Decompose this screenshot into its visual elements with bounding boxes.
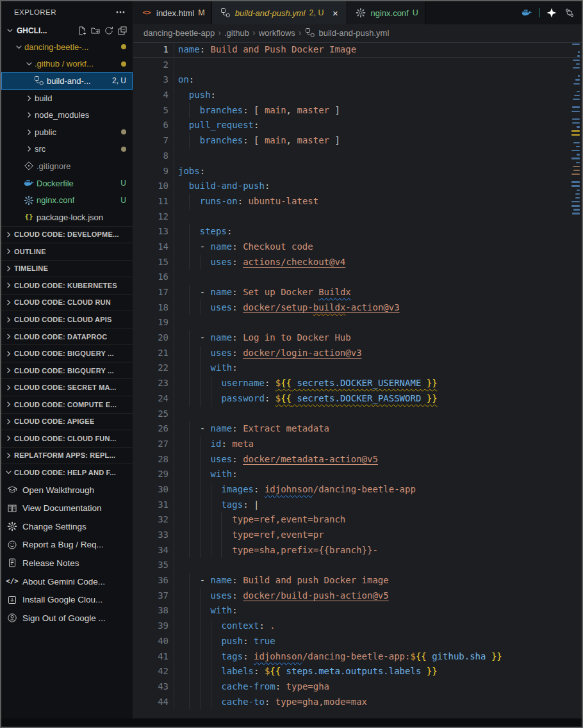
code-line-9[interactable]: 9jobs: [133, 164, 582, 179]
section-cloud-code-cloud-apis[interactable]: CLOUD CODE: CLOUD APIS [1, 311, 133, 328]
docker-icon[interactable] [521, 7, 532, 19]
code-line-29[interactable]: 29 with: [133, 467, 582, 482]
code-line-6[interactable]: 6 pull_request: [133, 118, 582, 133]
code-line-3[interactable]: 3on: [133, 72, 582, 88]
code-line-38[interactable]: 38 with: [133, 603, 582, 619]
help-item-sign-out-of-google-[interactable]: Sign Out of Google ... [1, 609, 133, 627]
code-line-14[interactable]: 14 - name: Checkout code [133, 239, 582, 255]
section-timeline[interactable]: TIMELINE [1, 260, 133, 277]
code-editor[interactable]: 1name: Build and Push Docker Image23on:4… [133, 41, 582, 718]
compare-changes-icon[interactable] [564, 7, 575, 19]
section-cloud-code-bigquery-[interactable]: CLOUD CODE: BIGQUERY ... [1, 344, 133, 362]
code-line-39[interactable]: 39 context: . [133, 619, 582, 634]
code-line-40[interactable]: 40 push: true [133, 634, 582, 649]
code-line-21[interactable]: 21 uses: docker/login-action@v3 [133, 346, 582, 361]
code-line-33[interactable]: 33 type=ref,event=pr [133, 528, 582, 543]
tree-item-node-modules[interactable]: node_modules [1, 106, 133, 124]
section-cloud-code-compute-e-[interactable]: CLOUD CODE: COMPUTE E... [1, 396, 133, 413]
tab-index-html[interactable]: <>index.htmlM [133, 1, 212, 24]
tree-item-package-lock-json[interactable]: {}package-lock.json [1, 209, 133, 226]
code-line-37[interactable]: 37 uses: docker/build-push-action@v5 [133, 588, 582, 604]
minimap[interactable] [571, 41, 580, 718]
code-line-11[interactable]: 11 runs-on: ubuntu-latest [133, 194, 582, 209]
code-line-27[interactable]: 27 id: meta [133, 437, 582, 452]
section-outline[interactable]: OUTLINE [1, 243, 133, 260]
code-line-41[interactable]: 41 tags: idjohnson/dancing-beetle-app:${… [133, 649, 582, 665]
code-line-36[interactable]: 36 - name: Build and push Docker image [133, 573, 582, 588]
code-line-18[interactable]: 18 uses: docker/setup-buildx-action@v3 [133, 300, 582, 316]
code-line-44[interactable]: 44 cache-to: type=gha,mode=max [133, 695, 582, 710]
tree-item-build-and-[interactable]: build-and-...2, U [1, 72, 133, 90]
code-line-17[interactable]: 17 - name: Set up Docker Buildx [133, 285, 582, 300]
help-item-open-walkthrough[interactable]: Open Walkthrough [1, 481, 133, 499]
new-file-icon[interactable] [75, 25, 88, 36]
tree-item--gitignore[interactable]: .gitignore [1, 158, 133, 175]
code-line-7[interactable]: 7 branches: [ main, master ] [133, 133, 582, 149]
code-line-8[interactable]: 8 [133, 149, 582, 164]
section-cloud-code-dataproc[interactable]: CLOUD CODE: DATAPROC [1, 328, 133, 345]
code-line-19[interactable]: 19 [133, 315, 582, 330]
section-cloud-code-bigquery-[interactable]: CLOUD CODE: BIGQUERY ... [1, 362, 133, 379]
code-line-35[interactable]: 35 [133, 558, 582, 573]
code-line-42[interactable]: 42 labels: ${{ steps.meta.outputs.labels… [133, 664, 582, 679]
code-line-13[interactable]: 13 steps: [133, 224, 582, 239]
help-item-view-documentation[interactable]: View Documentation [1, 499, 133, 517]
tab-build-and-push-yml[interactable]: build-and-push.yml2, U× [212, 1, 348, 24]
section-cloud-code-apigee[interactable]: CLOUD CODE: APIGEE [1, 413, 133, 430]
more-actions-icon[interactable] [115, 6, 126, 18]
code-line-2[interactable]: 2 [133, 58, 582, 73]
breadcrumb-item[interactable]: dancing-beetle-app [144, 28, 215, 38]
code-line-16[interactable]: 16 [133, 270, 582, 285]
code-line-20[interactable]: 20 - name: Log in to Docker Hub [133, 330, 582, 346]
tree-item-dancing-beetle-[interactable]: dancing-beetle-... [1, 38, 133, 56]
code-line-4[interactable]: 4 push: [133, 88, 582, 103]
token: : [232, 423, 243, 433]
new-folder-icon[interactable] [88, 25, 102, 36]
section-cloud-code-kubernetes[interactable]: CLOUD CODE: KUBERNETES [1, 277, 133, 294]
help-item-report-a-bug-req-[interactable]: Report a Bug / Req... [1, 536, 133, 554]
code-line-30[interactable]: 30 images: idjohnson/dancing-beetle-app [133, 482, 582, 497]
help-item-change-settings[interactable]: Change Settings [1, 517, 133, 536]
code-line-5[interactable]: 5 branches: [ main, master ] [133, 103, 582, 118]
tree-item-src[interactable]: src [1, 141, 133, 158]
code-line-24[interactable]: 24 password: ${{ secrets.DOCKER_PASSWORD… [133, 391, 582, 407]
tab-nginx-conf[interactable]: nginx.confU [347, 1, 425, 24]
section-cloud-code-cloud-run[interactable]: CLOUD CODE: CLOUD RUN [1, 294, 133, 311]
section-cloud-code-cloud-fun-[interactable]: CLOUD CODE: CLOUD FUN... [1, 430, 133, 447]
code-line-12[interactable]: 12 [133, 209, 582, 225]
section-cloud-code-developme-[interactable]: CLOUD CODE: DEVELOPME... [1, 226, 133, 243]
code-line-22[interactable]: 22 with: [133, 360, 582, 376]
token: : [232, 287, 243, 297]
help-item-install-google-clou-[interactable]: Install Google Clou... [1, 590, 133, 609]
help-item-release-notes[interactable]: Release Notes [1, 554, 133, 572]
help-item-about-gemini-code-[interactable]: </>About Gemini Code... [1, 572, 133, 591]
editor-area[interactable]: 1name: Build and Push Docker Image23on:4… [133, 41, 582, 718]
collapse-folders-icon[interactable] [115, 25, 129, 36]
section-cloud-code-secret-ma-[interactable]: CLOUD CODE: SECRET MA... [1, 378, 133, 396]
tree-item-nginx-conf[interactable]: nginx.confU [1, 191, 133, 209]
breadcrumb-item[interactable]: .github [224, 28, 249, 38]
section-cloud-code-help-and-f-[interactable]: CLOUD CODE: HELP AND F... [1, 464, 133, 481]
refresh-explorer-icon[interactable] [102, 25, 115, 36]
code-line-32[interactable]: 32 type=ref,event=branch [133, 512, 582, 528]
code-line-26[interactable]: 26 - name: Extract metadata [133, 421, 582, 437]
section-replatform-apps-repl-[interactable]: REPLATFORM APPS: REPL... [1, 447, 133, 464]
code-line-28[interactable]: 28 uses: docker/metadata-action@v5 [133, 452, 582, 467]
close-icon[interactable]: × [330, 8, 340, 19]
sparkle-icon[interactable] [546, 7, 557, 19]
code-line-23[interactable]: 23 username: ${{ secrets.DOCKER_USERNAME… [133, 376, 582, 391]
breadcrumb-file[interactable]: build-and-push.yml [318, 28, 389, 38]
tree-item--github-workf-[interactable]: .github / workf... [1, 56, 133, 73]
workspace-row[interactable]: GHCLI... [1, 22, 133, 38]
code-line-43[interactable]: 43 cache-from: type=gha [133, 679, 582, 695]
code-line-34[interactable]: 34 type=sha,prefix={{branch}}- [133, 543, 582, 558]
code-line-1[interactable]: 1name: Build and Push Docker Image [133, 42, 582, 58]
breadcrumb-item[interactable]: workflows [259, 28, 295, 38]
code-line-10[interactable]: 10 build-and-push: [133, 179, 582, 194]
tree-item-dockerfile[interactable]: DockerfileU [1, 175, 133, 192]
code-line-31[interactable]: 31 tags: | [133, 497, 582, 513]
tree-item-build[interactable]: build [1, 90, 133, 107]
code-line-25[interactable]: 25 [133, 407, 582, 422]
code-line-15[interactable]: 15 uses: actions/checkout@v4 [133, 255, 582, 270]
tree-item-public[interactable]: public [1, 124, 133, 141]
